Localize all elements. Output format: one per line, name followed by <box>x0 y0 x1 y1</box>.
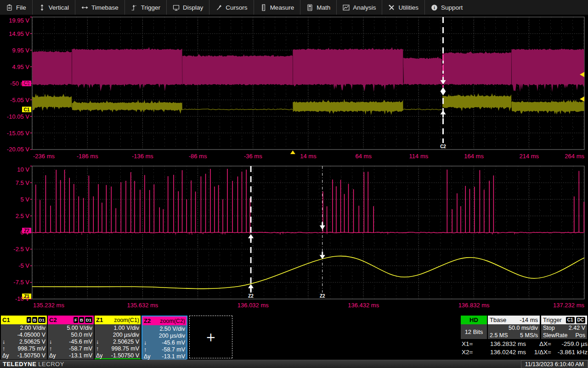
zoom-graph-x-label: 135.632 ms <box>127 302 158 309</box>
descriptor-row-value: 1.00 V/div <box>105 325 141 332</box>
descriptor-row-value: 5.00 V/div <box>58 325 94 332</box>
descriptor-row-glyph <box>95 325 105 332</box>
menu-item-timebase[interactable]: Timebase <box>75 0 124 15</box>
trigger-box[interactable]: Trigger C1DC Stop 2.42 V SlewRate Pos <box>541 316 587 339</box>
descriptor-row-value: -45.6 mV <box>58 339 94 345</box>
vertical-arrows-icon <box>39 4 45 11</box>
zoom-graph-x-label: 136.832 ms <box>458 302 490 309</box>
main-graph[interactable]: C2C2C119.95 V14.95 V9.95 V4.95 V-50 mV-5… <box>0 15 588 162</box>
descriptor-header: C1FBD1 <box>1 316 47 324</box>
menu-item-math[interactable]: Math <box>300 0 336 15</box>
descriptor-row-value: 50.0 mV <box>58 332 94 339</box>
descriptor-body: 1.00 V/div200 µs/div↓2.50625 V↑998.75 mV… <box>95 324 141 360</box>
descriptor-row-value: -4.05000 V <box>11 332 47 339</box>
main-graph-y-label: -15.05 V <box>7 130 29 137</box>
zoom-graph[interactable]: Z2Z2Z2Z110 V7.5 V5 V2.5 V0 V-2.5 V-5 V-7… <box>0 162 588 315</box>
descriptor-row: 2.00 V/div <box>1 325 47 332</box>
descriptor-row: ↑998.75 mV <box>95 345 141 352</box>
main-graph-x-label: 64 ms <box>355 153 372 160</box>
main-graph-y-label: 14.95 V <box>9 30 29 37</box>
descriptor-subtitle: zoom(C2) <box>160 318 185 324</box>
add-trace-box[interactable]: + <box>189 316 232 358</box>
channel-descriptor-z1[interactable]: Z1zoom(C1)1.00 V/div200 µs/div↓2.50625 V… <box>95 316 141 359</box>
trigger-position-marker[interactable] <box>290 150 295 154</box>
trigger-type: SlewRate <box>543 332 568 339</box>
descriptor-strip: C1FBD12.00 V/div-4.05000 V↓2.50625 V↑998… <box>1 316 232 359</box>
zoom-graph-y-label: -2.5 V <box>13 246 29 253</box>
inv-dx-value: -3.861 kHz <box>551 349 588 356</box>
descriptor-row-glyph <box>1 332 11 339</box>
hd-mode-box[interactable]: HD 12 Bits <box>461 316 487 339</box>
badge-b: B <box>32 317 37 323</box>
descriptor-row-glyph: ↓ <box>48 339 58 345</box>
descriptor-row-value: 2.50625 V <box>105 339 141 345</box>
main-graph-y-label: -20.05 V <box>7 146 29 153</box>
descriptor-body: 5.00 V/div50.0 mV↓-45.6 mV↑-58.7 mVΔy-13… <box>48 324 94 360</box>
main-graph-x-label: -36 ms <box>244 153 262 160</box>
calculator-icon <box>306 4 313 11</box>
menu-item-label: Timebase <box>91 4 119 11</box>
main-graph-y-label: -5.05 V <box>10 97 29 104</box>
datetime-display[interactable]: 11/13/2023 6:10:40 AM <box>521 360 588 368</box>
main-graph-x-label: 14 ms <box>300 153 317 160</box>
cursor-readout: X1= 136.2832 ms ΔX= -259.0 µs X2= 136.02… <box>462 340 588 357</box>
channel-descriptor-z2[interactable]: Z2zoom(C2)2.50 V/div200 µs/div↓-45.6 mV↑… <box>141 316 187 359</box>
channel-descriptor-c1[interactable]: C1FBD12.00 V/div-4.05000 V↓2.50625 V↑998… <box>1 316 47 359</box>
menu-item-vertical[interactable]: Vertical <box>32 0 75 15</box>
menu-item-support[interactable]: iSupport <box>424 0 469 15</box>
timebase-rate: 5 MS/s <box>520 332 538 339</box>
descriptor-row-glyph: ↓ <box>142 339 153 346</box>
menu-bar: FileVerticalTimebaseTriggerDisplayCursor… <box>0 0 588 15</box>
descriptor-row: Δy-1.50750 V <box>95 352 141 359</box>
menu-item-cursors[interactable]: Cursors <box>209 0 253 15</box>
status-bar: TELEDYNELECROY 11/13/2023 6:10:40 AM <box>0 360 588 368</box>
trigger-slope: Pos <box>575 332 585 339</box>
descriptor-row-value: -1.50750 V <box>11 352 47 359</box>
dx-value: -259.0 µs <box>551 340 588 347</box>
trigger-mode: Stop <box>543 324 555 332</box>
menu-item-measure[interactable]: Measure <box>254 0 300 15</box>
main-graph-x-label: -236 ms <box>33 153 55 160</box>
c2-waveform <box>403 57 442 85</box>
menu-item-label: Cursors <box>226 4 247 11</box>
cursor-arrow-icon <box>215 4 222 11</box>
hd-label: HD <box>461 316 487 324</box>
descriptor-row-value: 998.75 mV <box>105 345 141 352</box>
x2-value: 136.0242 ms <box>479 349 526 356</box>
descriptor-row-glyph: ↓ <box>95 339 105 345</box>
descriptor-row-glyph: ↑ <box>48 345 58 352</box>
cursor-label: C2 <box>440 144 446 149</box>
descriptor-subtitle: zoom(C1) <box>114 317 139 323</box>
main-graph-x-label: 214 ms <box>519 153 539 160</box>
descriptor-row: Δy-13.1 mV <box>48 352 94 359</box>
descriptor-row: ↓2.50625 V <box>95 339 141 345</box>
descriptor-row: ↓-45.6 mV <box>142 339 187 346</box>
descriptor-row-value: -45.6 mV <box>153 339 187 346</box>
c2-waveform <box>442 52 511 86</box>
zoom-graph-y-label: 7.5 V <box>16 179 30 186</box>
info-icon: i <box>431 4 438 11</box>
descriptor-title: Z2 <box>144 317 151 324</box>
descriptor-header: Z1zoom(C1) <box>95 316 141 324</box>
menu-item-file[interactable]: File <box>0 0 32 15</box>
trigger-badge-c1: C1 <box>566 317 575 323</box>
menu-item-display[interactable]: Display <box>166 0 209 15</box>
zoom-graph-y-label: 0 V <box>20 229 29 236</box>
descriptor-row-glyph <box>142 333 153 339</box>
inv-dx-label: 1/ΔX= <box>526 349 551 356</box>
descriptor-title: C2 <box>49 316 57 323</box>
trace-indicator-c1[interactable]: C1 <box>22 107 31 112</box>
zoom-graph-y-label: -10 V <box>15 295 29 302</box>
menu-item-trigger[interactable]: Trigger <box>124 0 166 15</box>
timebase-title: Tbase <box>490 316 506 323</box>
menu-item-label: Math <box>317 4 330 11</box>
menu-item-analysis[interactable]: Analysis <box>336 0 382 15</box>
descriptor-row-glyph: ↓ <box>1 339 11 345</box>
channel-descriptor-c2[interactable]: C2FBD15.00 V/div50.0 mV↓-45.6 mV↑-58.7 m… <box>48 316 94 359</box>
x2-label: X2= <box>462 349 479 356</box>
zoom-graph-y-label: 2.5 V <box>16 213 30 219</box>
descriptor-row-glyph <box>1 325 11 332</box>
zoom-graph-x-label: 136.432 ms <box>348 302 379 309</box>
timebase-box[interactable]: Tbase -14 ms 50.0 ms/div 2.5 MS 5 MS/s <box>488 316 540 339</box>
menu-item-utilities[interactable]: Utilities <box>382 0 424 15</box>
